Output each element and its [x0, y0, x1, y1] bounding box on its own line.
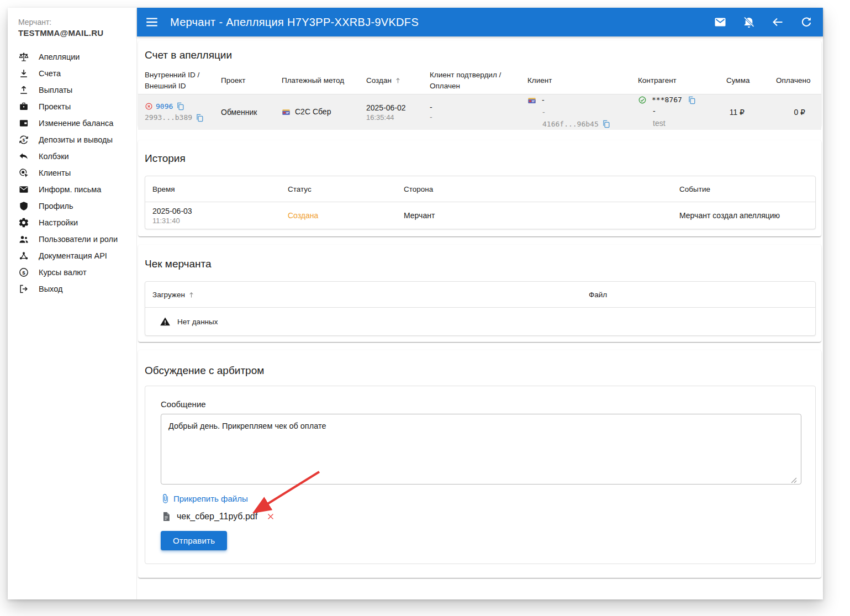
- receipt-section-title: Чек мерчанта: [145, 258, 821, 270]
- notifications-off-icon[interactable]: [742, 15, 756, 29]
- attach-files-label: Прикрепить файлы: [173, 494, 248, 503]
- sidebar-item-profile[interactable]: Профиль: [8, 198, 136, 214]
- cell-created: 2025-06-02 16:35:44: [366, 103, 430, 122]
- history-table-header: Время Статус Сторона Событие: [145, 176, 815, 202]
- sidebar-item-settings[interactable]: Настройки: [8, 214, 136, 231]
- click-icon: [18, 167, 29, 178]
- page-title: Мерчант - Апелляция H7Y3PP-XXRBJ-9VKDFS: [170, 16, 419, 29]
- sidebar: Мерчант: TESTMMA@MAIL.RU Апелляции Счета…: [8, 8, 137, 599]
- message-input[interactable]: [161, 414, 801, 485]
- sidebar-item-label: Колбэки: [39, 152, 69, 161]
- internal-id-link[interactable]: 9096: [156, 101, 173, 112]
- payment-method-name: C2C Сбер: [295, 106, 331, 118]
- history-side: Мерчант: [404, 211, 679, 220]
- col-project: Проект: [221, 75, 282, 86]
- receipt-table: Загружен Файл Нет данных: [145, 281, 816, 336]
- col-created-sort[interactable]: Создан: [366, 75, 430, 86]
- users-icon: [18, 234, 29, 245]
- warning-icon: [160, 316, 171, 327]
- no-data-text: Нет данных: [177, 318, 218, 326]
- sidebar-item-clients[interactable]: Клиенты: [8, 165, 136, 181]
- invoice-table-header: Внутренний ID /Внешний ID Проект Платежн…: [138, 67, 821, 94]
- mail-icon[interactable]: [714, 15, 727, 29]
- app-bar: Мерчант - Апелляция H7Y3PP-XXRBJ-9VKDFS: [137, 8, 823, 36]
- api-hub-icon: [18, 250, 29, 261]
- history-time-cell: 2025-06-03 11:31:40: [152, 207, 288, 225]
- remove-file-icon[interactable]: [266, 512, 276, 522]
- sidebar-item-logout[interactable]: Выход: [8, 281, 136, 297]
- discussion-section-title: Обсуждение с арбитром: [145, 365, 821, 377]
- shield-icon: [18, 201, 29, 212]
- sidebar-menu: Апелляции Счета Выплаты Проекты Изменени…: [8, 49, 136, 297]
- svg-text:$: $: [23, 138, 25, 143]
- invoice-table-row: 9096 2993...b389 Обменник C2C Сбер: [138, 94, 821, 130]
- col-uploaded-sort[interactable]: Загружен: [152, 291, 589, 299]
- counterparty-line2: -: [638, 106, 726, 118]
- col-payment-method: Платежный метод: [282, 75, 366, 86]
- message-label: Сообщение: [161, 399, 800, 409]
- message-field-wrap: [161, 414, 800, 485]
- sidebar-item-label: Курсы валют: [39, 268, 87, 277]
- sidebar-item-label: Документация API: [39, 251, 107, 260]
- client-line2: -: [527, 107, 638, 119]
- sidebar-item-balance-change[interactable]: Изменение баланса: [8, 115, 136, 131]
- sidebar-item-deposits[interactable]: $ Депозиты и выводы: [8, 131, 136, 148]
- back-arrow-icon[interactable]: [771, 15, 784, 29]
- receipt-empty-row: Нет данных: [145, 308, 815, 335]
- col-time: Время: [152, 185, 288, 193]
- sidebar-item-invoices[interactable]: Счета: [8, 65, 136, 82]
- paid-flag-value: -: [430, 113, 527, 122]
- history-section-title: История: [145, 152, 821, 165]
- sort-asc-icon: [394, 76, 402, 85]
- cell-confirmed-paid: - -: [430, 103, 527, 122]
- sort-asc-icon: [187, 291, 196, 299]
- svg-text:$: $: [22, 270, 25, 276]
- copy-icon[interactable]: [195, 113, 204, 123]
- menu-icon[interactable]: [145, 15, 159, 29]
- sidebar-item-callbacks[interactable]: Колбэки: [8, 148, 136, 165]
- sidebar-item-label: Счета: [39, 69, 61, 78]
- currency-dollar-icon: $: [18, 267, 29, 278]
- scales-icon: [18, 51, 29, 62]
- copy-icon[interactable]: [687, 96, 696, 105]
- sidebar-item-projects[interactable]: Проекты: [8, 98, 136, 115]
- sidebar-item-label: Изменение баланса: [39, 119, 113, 128]
- sidebar-item-appeals[interactable]: Апелляции: [8, 49, 136, 65]
- col-counterparty: Контрагент: [638, 75, 726, 86]
- history-event: Мерчант создал апелляцию: [679, 211, 806, 220]
- sidebar-item-api-docs[interactable]: Документация API: [8, 248, 136, 264]
- created-date: 2025-06-02: [366, 103, 430, 112]
- merchant-label: Мерчант:: [18, 18, 128, 27]
- sidebar-item-label: Настройки: [39, 218, 78, 227]
- document-icon: [161, 511, 172, 522]
- attach-files-button[interactable]: Прикрепить файлы: [161, 494, 248, 503]
- col-paid: Оплачено: [749, 75, 810, 86]
- invoice-section-title: Счет в апелляции: [145, 49, 821, 61]
- section-history: История Время Статус Сторона Событие 202…: [138, 140, 821, 236]
- cell-project: Обменник: [221, 108, 282, 117]
- col-amount: Сумма: [726, 75, 749, 86]
- cell-paid: 0 ₽: [745, 108, 805, 117]
- sidebar-item-currency-rates[interactable]: $ Курсы валют: [8, 264, 136, 281]
- upload-icon: [18, 85, 29, 96]
- refresh-icon[interactable]: [800, 15, 813, 29]
- sidebar-item-payouts[interactable]: Выплаты: [8, 82, 136, 98]
- reply-icon: [18, 151, 29, 162]
- section-receipt: Чек мерчанта Загружен Файл Нет данных: [138, 245, 821, 342]
- logout-icon: [18, 283, 29, 294]
- external-id: 2993...b389: [145, 112, 192, 123]
- sidebar-item-label: Выход: [39, 285, 62, 293]
- send-button[interactable]: Отправить: [161, 531, 227, 550]
- copy-icon[interactable]: [601, 119, 611, 129]
- discussion-card: Сообщение Прикрепить файлы чек_сбер_11ру…: [145, 386, 816, 564]
- client-line1: -: [542, 94, 545, 107]
- sidebar-item-label: Выплаты: [39, 86, 72, 94]
- sidebar-item-users-roles[interactable]: Пользователи и роли: [8, 231, 136, 248]
- credit-card-icon: [527, 96, 536, 105]
- sidebar-item-info-letters[interactable]: Информ. письма: [8, 181, 136, 198]
- status-badge: Создана: [288, 211, 404, 220]
- cell-client: - - 4166f...96b45: [527, 94, 638, 130]
- cell-counterparty: ***8767 - test: [638, 94, 726, 130]
- main-area: Мерчант - Апелляция H7Y3PP-XXRBJ-9VKDFS …: [137, 8, 823, 599]
- copy-icon[interactable]: [176, 102, 185, 111]
